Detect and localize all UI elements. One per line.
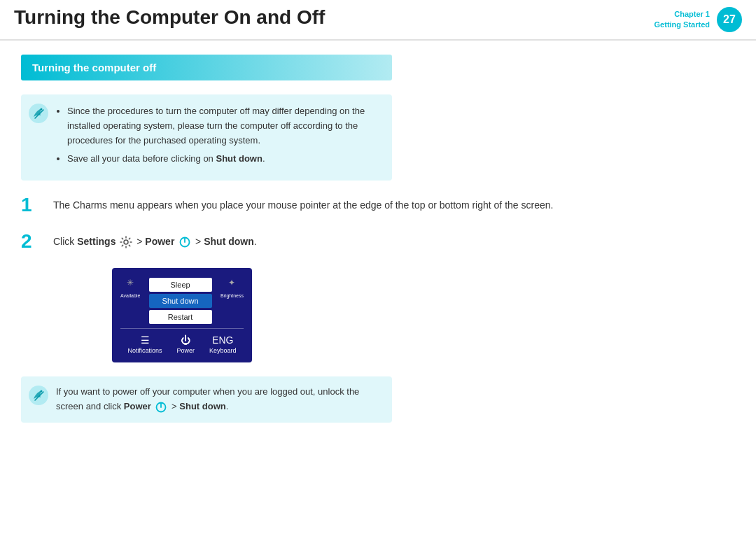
content-area: Turning the computer off Since the proce… bbox=[0, 41, 630, 437]
win8-wifi-icon: ✳ bbox=[127, 278, 134, 288]
win8-notifications-item: ☰ Notifications bbox=[127, 334, 162, 354]
win8-power-label: Power bbox=[176, 347, 195, 354]
note-list: Since the procedures to turn the compute… bbox=[56, 104, 381, 167]
page-header: Turning the Computer On and Off Chapter … bbox=[0, 0, 756, 41]
win8-center-buttons: Sleep Shut down Restart bbox=[143, 278, 218, 324]
win8-shutdown-btn: Shut down bbox=[149, 294, 212, 308]
note-item-1: Since the procedures to turn the compute… bbox=[67, 104, 381, 148]
step-1-content: The Charms menu appears when you place y… bbox=[53, 196, 553, 213]
step-2: 2 Click Settings > Power > Shut down. bbox=[21, 232, 609, 253]
page-number-badge: 27 bbox=[717, 7, 742, 32]
chapter-sub: Getting Started bbox=[654, 20, 710, 30]
win8-screenshot-container: ✳ Available Sleep Shut down Restart ✦ Br… bbox=[70, 268, 609, 362]
win8-power-item: ⏻ Power bbox=[176, 334, 195, 354]
win8-keyboard-item: ENG Keyboard bbox=[209, 334, 237, 354]
win8-power-icon: ⏻ bbox=[181, 334, 190, 346]
win8-left-col: ✳ Available bbox=[120, 278, 140, 298]
page-title: Turning the Computer On and Off bbox=[14, 7, 654, 32]
bottom-note-icon bbox=[28, 385, 49, 406]
win8-keyboard-label-sym: ENG bbox=[212, 334, 233, 346]
win8-notifications-icon: ☰ bbox=[141, 334, 150, 346]
gear-icon bbox=[120, 236, 132, 248]
win8-restart-btn: Restart bbox=[149, 310, 212, 324]
power-icon-bottom bbox=[155, 401, 167, 414]
chapter-label: Chapter 1 bbox=[674, 9, 710, 20]
win8-right-col: ✦ Brightness bbox=[220, 278, 244, 298]
win8-bottom-bar: ☰ Notifications ⏻ Power ENG Keyboard bbox=[120, 328, 244, 354]
win8-screenshot: ✳ Available Sleep Shut down Restart ✦ Br… bbox=[112, 268, 252, 362]
bottom-note: If you want to power off your computer w… bbox=[21, 376, 392, 423]
bottom-note-text: If you want to power off your computer w… bbox=[56, 386, 359, 411]
svg-point-1 bbox=[41, 108, 43, 111]
chapter-info: Chapter 1 Getting Started bbox=[654, 7, 717, 32]
win8-sleep-btn: Sleep bbox=[149, 278, 212, 292]
svg-point-3 bbox=[124, 240, 128, 244]
win8-menu-area: ✳ Available Sleep Shut down Restart ✦ Br… bbox=[120, 278, 244, 324]
note-item-2: Save all your data before clicking on Sh… bbox=[67, 152, 381, 167]
win8-keyboard-label: Keyboard bbox=[209, 347, 237, 354]
section-header: Turning the computer off bbox=[21, 55, 392, 80]
win8-notifications-label: Notifications bbox=[127, 347, 162, 354]
step-2-number: 2 bbox=[21, 230, 46, 253]
step-1-number: 1 bbox=[21, 193, 46, 217]
step-1: 1 The Charms menu appears when you place… bbox=[21, 196, 609, 217]
step-2-content: Click Settings > Power > Shut down. bbox=[53, 232, 257, 249]
win8-brightness-icon: ✦ bbox=[228, 278, 235, 288]
note-box: Since the procedures to turn the compute… bbox=[21, 94, 392, 181]
win8-available-label: Available bbox=[120, 293, 140, 298]
svg-point-7 bbox=[41, 390, 43, 393]
note-icon bbox=[28, 103, 49, 124]
power-icon-step2 bbox=[178, 236, 191, 248]
win8-brightness-label: Brightness bbox=[220, 293, 244, 298]
